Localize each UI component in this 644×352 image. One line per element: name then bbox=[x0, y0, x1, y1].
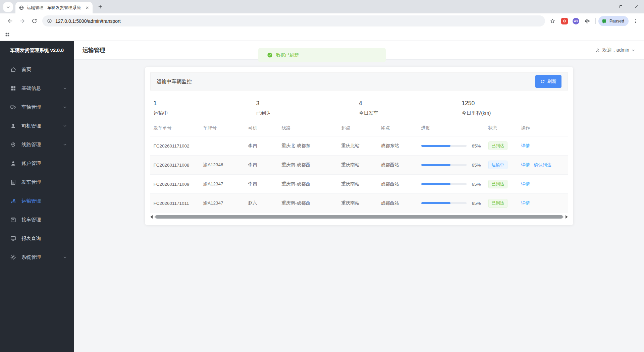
cell-status: 已到达 bbox=[485, 136, 518, 156]
sidebar-item[interactable]: 报表查询 bbox=[0, 229, 74, 248]
scroll-right-icon[interactable] bbox=[566, 215, 568, 219]
chevron-down-icon bbox=[63, 255, 67, 259]
scrollbar-thumb[interactable] bbox=[155, 215, 563, 219]
status-badge: 已到达 bbox=[488, 141, 508, 151]
table-header-cell: 车牌号 bbox=[200, 122, 245, 136]
sidebar-item[interactable]: 发车管理 bbox=[0, 173, 74, 191]
tab-search-button[interactable] bbox=[3, 2, 13, 12]
extension-ws-button[interactable]: Ws bbox=[571, 16, 581, 26]
cell-progress: 65% bbox=[418, 136, 485, 156]
extension-red-gear-button[interactable]: ⚙ bbox=[560, 16, 569, 26]
stat-block: 3 已到达 bbox=[256, 100, 359, 116]
cell-driver: 赵六 bbox=[245, 194, 278, 213]
table-header-cell: 状态 bbox=[485, 122, 518, 136]
maximize-button[interactable] bbox=[613, 0, 629, 13]
sidebar-item[interactable]: 运输管理 bbox=[0, 191, 74, 210]
sidebar-item[interactable]: 司机管理 bbox=[0, 116, 74, 135]
progress-percent: 65% bbox=[472, 201, 481, 206]
package-icon bbox=[10, 217, 16, 223]
detail-link[interactable]: 详情 bbox=[521, 162, 530, 167]
detail-link[interactable]: 详情 bbox=[521, 200, 530, 206]
back-arrow-icon bbox=[7, 18, 13, 24]
progress-bar bbox=[421, 183, 467, 185]
table-header-cell: 操作 bbox=[518, 122, 568, 136]
scrollbar-track[interactable] bbox=[154, 215, 564, 219]
cell-plate: 渝A12347 bbox=[200, 194, 245, 213]
bookmarks-bar bbox=[0, 28, 644, 41]
cell-origin: 重庆北站 bbox=[338, 136, 378, 156]
monitor-card: 运输中车辆监控 刷新 1 运输中 3 已到达 4 今日发车 1250 今日里程(… bbox=[145, 67, 573, 225]
confirm-arrival-link[interactable]: 确认到达 bbox=[534, 162, 551, 167]
sidebar-item[interactable]: 车辆管理 bbox=[0, 98, 74, 116]
detail-link[interactable]: 详情 bbox=[521, 143, 530, 148]
table-row[interactable]: FC202601171011 渝A12347 赵六 重庆南-成都西 重庆南站 成… bbox=[150, 194, 568, 213]
table-row[interactable]: FC202601171009 渝A12347 李四 重庆南-成都西 重庆南站 成… bbox=[150, 175, 568, 194]
table-header-cell: 司机 bbox=[245, 122, 278, 136]
cell-order-no: FC202601171009 bbox=[150, 175, 200, 194]
cell-plate: 渝A12346 bbox=[200, 156, 245, 175]
ship-icon bbox=[10, 198, 16, 204]
extensions-button[interactable] bbox=[583, 16, 592, 26]
url-text[interactable]: 127.0.0.1:5000/admin/transport bbox=[55, 18, 121, 24]
progress-percent: 65% bbox=[472, 163, 481, 168]
status-badge: 已到达 bbox=[488, 199, 508, 208]
stat-value: 1250 bbox=[462, 100, 564, 107]
url-bar[interactable]: 127.0.0.1:5000/admin/transport bbox=[42, 15, 545, 26]
table-row[interactable]: FC202601171008 渝A12346 李四 重庆南-成都西 重庆南站 成… bbox=[150, 156, 568, 175]
cell-actions: 详情确认到达 bbox=[518, 156, 568, 175]
card-title: 运输中车辆监控 bbox=[157, 78, 192, 85]
user-icon bbox=[10, 123, 16, 129]
cell-actions: 详情 bbox=[518, 194, 568, 213]
gear-icon bbox=[10, 254, 16, 260]
browser-menu-button[interactable] bbox=[631, 16, 641, 26]
stat-label: 今日发车 bbox=[359, 110, 462, 116]
cell-route: 重庆南-成都西 bbox=[278, 175, 338, 194]
sidebar-item[interactable]: 基础信息 bbox=[0, 79, 74, 98]
profile-paused-pill[interactable]: Paused bbox=[598, 16, 629, 26]
cell-dest: 成都西站 bbox=[378, 194, 418, 213]
bookmark-star-button[interactable] bbox=[548, 16, 558, 26]
status-badge: 已到达 bbox=[488, 180, 508, 189]
browser-tab[interactable]: 运输管理 - 车辆发货管理系统 bbox=[15, 2, 93, 13]
page: 车辆发货管理系统 v2.0.0 首页 基础信息 车辆管理 司机管理 线路管理 账… bbox=[0, 41, 644, 352]
back-button[interactable] bbox=[5, 16, 15, 26]
tab-title: 运输管理 - 车辆发货管理系统 bbox=[27, 5, 82, 11]
tab-close-icon[interactable] bbox=[85, 5, 90, 10]
apps-grid-icon[interactable] bbox=[5, 32, 10, 37]
main-area: 运输管理 欢迎，admin 数据已刷新 运输中车辆监控 bbox=[74, 41, 644, 352]
stat-block: 4 今日发车 bbox=[359, 100, 462, 116]
content-area: 运输中车辆监控 刷新 1 运输中 3 已到达 4 今日发车 1250 今日里程(… bbox=[74, 60, 644, 352]
site-info-icon[interactable] bbox=[47, 18, 52, 23]
cell-actions: 详情 bbox=[518, 136, 568, 156]
horizontal-scrollbar[interactable] bbox=[150, 214, 568, 220]
sidebar-item-label: 发车管理 bbox=[21, 179, 67, 185]
plus-icon bbox=[98, 4, 103, 9]
forward-arrow-icon bbox=[19, 18, 25, 24]
cell-status: 已到达 bbox=[485, 175, 518, 194]
sidebar-item[interactable]: 系统管理 bbox=[0, 248, 74, 267]
new-tab-button[interactable] bbox=[96, 2, 105, 11]
reload-button[interactable] bbox=[29, 16, 40, 26]
detail-link[interactable]: 详情 bbox=[521, 181, 530, 186]
browser-toolbar: 127.0.0.1:5000/admin/transport ⚙ Ws Paus… bbox=[0, 13, 644, 28]
ws-badge: Ws bbox=[573, 18, 579, 24]
sidebar-item[interactable]: 账户管理 bbox=[0, 154, 74, 173]
stat-label: 运输中 bbox=[154, 110, 256, 116]
table-row[interactable]: FC202601171002 李四 重庆北-成都东 重庆北站 成都东站 65% … bbox=[150, 136, 568, 156]
sidebar-item-label: 报表查询 bbox=[21, 235, 67, 242]
forward-button[interactable] bbox=[17, 16, 28, 26]
sidebar-item[interactable]: 接车管理 bbox=[0, 210, 74, 229]
minimize-button[interactable] bbox=[598, 0, 613, 13]
close-window-button[interactable] bbox=[629, 0, 644, 13]
sidebar-item-label: 系统管理 bbox=[21, 254, 63, 260]
sidebar-item[interactable]: 首页 bbox=[0, 60, 74, 79]
user-menu[interactable]: 欢迎，admin bbox=[595, 47, 635, 53]
scroll-left-icon[interactable] bbox=[150, 215, 153, 219]
cell-origin: 重庆南站 bbox=[338, 194, 378, 213]
cell-dest: 成都东站 bbox=[378, 136, 418, 156]
refresh-button[interactable]: 刷新 bbox=[535, 75, 561, 88]
progress-percent: 65% bbox=[472, 143, 481, 149]
sidebar-item[interactable]: 线路管理 bbox=[0, 135, 74, 154]
document-icon bbox=[10, 179, 16, 185]
sidebar-item-label: 运输管理 bbox=[21, 198, 67, 204]
